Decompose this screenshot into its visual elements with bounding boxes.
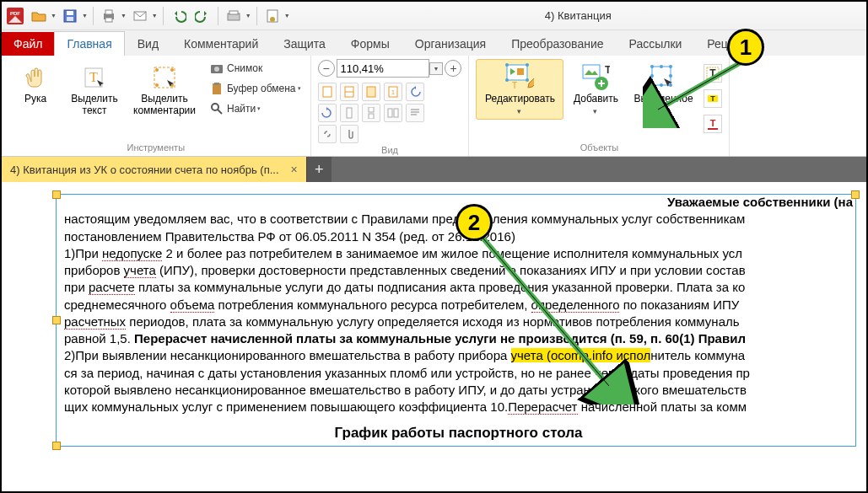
- tab-organize[interactable]: Организация: [402, 31, 499, 56]
- svg-rect-6: [105, 10, 112, 14]
- zoom-input[interactable]: [337, 59, 429, 78]
- view-icon-grid: 1: [318, 83, 445, 143]
- arrow-2: [474, 228, 643, 405]
- svg-point-16: [155, 68, 159, 72]
- zoom-in-button[interactable]: +: [445, 60, 461, 77]
- find-label: Найти: [227, 103, 256, 115]
- link-icon[interactable]: [318, 125, 337, 143]
- resize-handle-ne[interactable]: [851, 190, 860, 199]
- group-tools: Рука T Выделить текст Выделить комментар…: [2, 56, 311, 156]
- app-icon: PDF: [5, 6, 25, 26]
- select-comments-button[interactable]: Выделить комментарии: [127, 59, 202, 121]
- tab-comment[interactable]: Комментарий: [171, 31, 271, 56]
- edit-icon: T: [505, 63, 534, 92]
- rotate-left-icon[interactable]: [406, 83, 424, 101]
- undo-icon[interactable]: [169, 6, 189, 26]
- snapshot-button[interactable]: Снимок: [208, 59, 304, 78]
- svg-point-12: [270, 17, 275, 22]
- chevron-down-icon: ▾: [257, 105, 261, 112]
- attach-icon[interactable]: [340, 125, 359, 143]
- svg-rect-26: [323, 87, 332, 97]
- tab-protect[interactable]: Защита: [271, 31, 338, 56]
- clipboard-label: Буфер обмена: [227, 83, 296, 94]
- add-button[interactable]: T Добавить▾: [569, 59, 623, 120]
- svg-point-38: [526, 63, 529, 67]
- find-button[interactable]: Найти ▾: [208, 99, 304, 118]
- select-comments-icon: [150, 63, 179, 92]
- svg-point-39: [505, 78, 509, 82]
- hand-button[interactable]: Рука: [8, 59, 62, 110]
- svg-rect-7: [105, 18, 112, 22]
- zoom-out-button[interactable]: −: [318, 60, 335, 77]
- svg-text:T: T: [605, 64, 610, 76]
- document-tab[interactable]: 4) Квитанция из УК о состоянии счета по …: [2, 157, 306, 182]
- select-text-button[interactable]: T Выделить текст: [67, 59, 121, 121]
- fit-width-icon[interactable]: [340, 83, 359, 101]
- resize-handle-sw[interactable]: [52, 442, 61, 450]
- annotation-bubble-2: 2: [456, 204, 493, 241]
- document-tab-title: 4) Квитанция из УК о состоянии счета по …: [10, 163, 279, 176]
- redo-icon[interactable]: [192, 6, 213, 26]
- tab-file[interactable]: Файл: [2, 32, 54, 56]
- tab-home[interactable]: Главная: [54, 31, 124, 56]
- print-icon[interactable]: [99, 6, 119, 26]
- selection-rect[interactable]: [56, 194, 856, 447]
- svg-rect-34: [388, 109, 392, 117]
- mail-icon[interactable]: [130, 6, 150, 26]
- svg-point-21: [214, 67, 219, 72]
- group-tools-label: Инструменты: [8, 141, 304, 156]
- svg-point-17: [170, 68, 174, 72]
- add-icon: T: [581, 63, 610, 92]
- chevron-down-icon: ▾: [298, 85, 301, 92]
- resize-handle-nw[interactable]: [52, 190, 61, 199]
- settings-icon[interactable]: [262, 6, 283, 26]
- tools-stack: Снимок Буфер обмена ▾ Найти ▾: [208, 59, 304, 118]
- svg-rect-3: [67, 11, 73, 15]
- tab-forms[interactable]: Формы: [338, 31, 402, 56]
- tab-convert[interactable]: Преобразование: [499, 31, 616, 56]
- svg-rect-43: [583, 65, 600, 78]
- single-page-icon[interactable]: [340, 104, 359, 122]
- edit-label: Редактировать: [485, 94, 555, 105]
- svg-rect-41: [517, 68, 524, 75]
- clipboard-button[interactable]: Буфер обмена ▾: [208, 79, 304, 98]
- fit-page-icon[interactable]: [318, 83, 337, 101]
- svg-text:1: 1: [391, 89, 395, 95]
- svg-point-18: [155, 83, 159, 87]
- quick-access-toolbar: PDF ▼ ▼ ▼ ▼ ▼ ▼ 4) Квитанция: [2, 2, 866, 30]
- svg-point-40: [526, 78, 529, 82]
- open-icon[interactable]: [29, 6, 49, 26]
- select-comments-label: Выделить комментарии: [133, 94, 196, 117]
- add-tab-button[interactable]: +: [306, 157, 332, 182]
- svg-rect-31: [347, 108, 352, 118]
- svg-rect-60: [708, 128, 718, 130]
- facing-icon[interactable]: [384, 104, 402, 122]
- svg-rect-32: [369, 107, 374, 112]
- fit-visible-icon[interactable]: [362, 83, 380, 101]
- edit-button[interactable]: T Редактировать▾: [476, 59, 563, 120]
- close-tab-icon[interactable]: ×: [291, 163, 298, 176]
- save-icon[interactable]: [60, 6, 80, 26]
- svg-text:T: T: [512, 81, 517, 90]
- document-tabs: 4) Квитанция из УК о состоянии счета по …: [2, 157, 866, 182]
- continuous-icon[interactable]: [362, 104, 380, 122]
- window-title: 4) Квитанция: [294, 9, 863, 22]
- add-label: Добавить: [574, 94, 618, 105]
- resize-handle-w[interactable]: [52, 316, 61, 324]
- chevron-down-icon: ▾: [593, 107, 597, 115]
- chevron-down-icon[interactable]: ▼: [429, 62, 444, 75]
- select-text-label: Выделить текст: [71, 94, 117, 117]
- chevron-down-icon: ▾: [517, 107, 521, 115]
- rotate-right-icon[interactable]: [318, 104, 337, 122]
- svg-rect-4: [67, 17, 73, 21]
- hand-label: Рука: [24, 94, 46, 105]
- svg-rect-28: [367, 87, 375, 97]
- svg-text:T: T: [89, 70, 98, 84]
- tab-view[interactable]: Вид: [125, 31, 171, 56]
- svg-line-63: [658, 61, 744, 110]
- text-reflow-icon[interactable]: [406, 104, 424, 122]
- svg-rect-33: [369, 114, 374, 119]
- scan-icon[interactable]: [224, 6, 244, 26]
- actual-size-icon[interactable]: 1: [384, 83, 402, 101]
- annotation-bubble-1: 1: [727, 29, 764, 66]
